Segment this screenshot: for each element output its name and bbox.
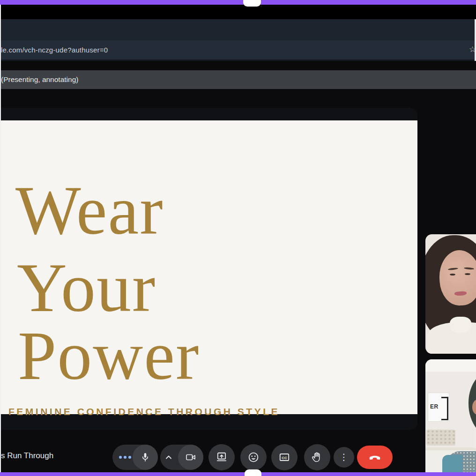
window-titlebar [0, 5, 476, 19]
present-screen-icon [216, 451, 228, 463]
more-options-button[interactable]: ⋮ [334, 447, 354, 468]
slide-title-line-1: Wear [15, 176, 164, 245]
chevron-up-icon [163, 452, 174, 463]
reactions-button[interactable] [240, 444, 267, 470]
participant-video-1[interactable] [425, 234, 476, 354]
video-camera-icon [185, 452, 196, 463]
presentation-slide: Wear Your Power FEMININE CONFIDENCE THRO… [0, 120, 417, 414]
present-screen-button[interactable] [208, 444, 235, 470]
microphone-toggle[interactable] [133, 445, 158, 470]
window-left-edge [0, 5, 1, 472]
wall-sign: ER [428, 393, 449, 421]
meeting-name-label: s Run Through [1, 451, 53, 461]
camera-toggle[interactable] [178, 445, 203, 470]
microphone-button[interactable] [112, 445, 158, 470]
slide-title-line-3: Power [18, 321, 200, 390]
camera-button[interactable] [160, 445, 203, 470]
wall-sign-text: ER [430, 403, 439, 410]
browser-tab-strip: + Meet - Dress to Impress R + [0, 19, 476, 40]
raise-hand-button[interactable] [304, 444, 330, 470]
bracket-frame [441, 397, 448, 420]
slide-subtitle: FEMININE CONFIDENCE THROUGH STYLE [8, 406, 280, 417]
screenshare-border-top [0, 0, 476, 5]
presenting-banner: (Presenting, annotating) [0, 70, 476, 89]
raised-hand-icon [311, 451, 323, 463]
mic-activity-icon [119, 456, 134, 459]
smiley-icon [247, 451, 260, 463]
end-call-button[interactable] [357, 446, 393, 469]
page-top-gap [0, 61, 476, 70]
captions-icon: CC [278, 451, 290, 463]
mic-icon [140, 452, 151, 463]
presenting-banner-text: (Presenting, annotating) [1, 70, 78, 89]
participant-video-2[interactable]: ER [425, 359, 476, 476]
screenshare-tile[interactable]: Wear Your Power FEMININE CONFIDENCE THRO… [0, 108, 417, 430]
svg-text:CC: CC [282, 456, 287, 460]
slide-title-line-2: Your [17, 253, 156, 322]
address-bar[interactable]: le.com/vch-nczg-ude?authuser=0 ☆ [0, 40, 476, 60]
url-text: le.com/vch-nczg-ude?authuser=0 [1, 40, 108, 60]
meeting-stage: Wear Your Power FEMININE CONFIDENCE THRO… [0, 89, 476, 472]
meet-screenshare-window: + Meet - Dress to Impress R + [0, 0, 476, 476]
captions-button[interactable]: CC [271, 444, 298, 470]
screenshare-border-bottom [0, 472, 476, 476]
screenshare-handle-bottom [245, 469, 261, 476]
screenshare-handle-top [243, 0, 261, 7]
end-call-icon [368, 450, 382, 464]
